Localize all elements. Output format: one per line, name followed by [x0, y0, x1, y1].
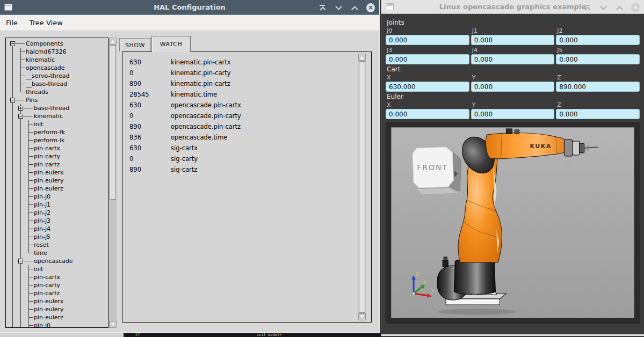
tree-item-label: init: [33, 265, 43, 273]
tree-item[interactable]: kinematic: [9, 112, 108, 120]
tree-item[interactable]: pin-j4: [9, 225, 108, 233]
tree-item[interactable]: pin-carty: [9, 281, 108, 289]
watch-scrollbar[interactable]: [358, 54, 366, 320]
minimize-button[interactable]: [599, 3, 607, 12]
scroll-up-arrow[interactable]: [109, 38, 117, 45]
tree-item-label: Components: [25, 40, 63, 48]
tree-item[interactable]: opencascade: [9, 257, 108, 265]
watch-row[interactable]: 890kinematic.pin-cartz: [122, 78, 360, 89]
tree-item[interactable]: pin-cartx: [9, 273, 108, 281]
tree-item[interactable]: Components: [9, 40, 108, 48]
maximize-button[interactable]: [350, 3, 359, 12]
tree-scrollbar[interactable]: [109, 38, 117, 328]
watch-scrollbar-thumb[interactable]: [359, 61, 365, 313]
tree-item[interactable]: pin-j0: [9, 321, 108, 328]
watch-row[interactable]: 630sig-cartx: [122, 143, 360, 153]
menu-item-file[interactable]: File: [6, 19, 18, 27]
tree-item[interactable]: base-thread: [9, 104, 108, 112]
tree-item[interactable]: init: [9, 265, 108, 273]
field-input-j1[interactable]: 0.000: [471, 35, 555, 45]
watch-row[interactable]: 836opencascade.time: [122, 132, 360, 143]
tree-guide: [25, 217, 33, 225]
tree-item[interactable]: pin-eulery: [9, 305, 108, 313]
tree-guide: [17, 209, 25, 217]
tree-scrollbar-thumb[interactable]: [110, 45, 116, 200]
field-input-x[interactable]: 630.000: [386, 82, 469, 92]
field-input-j0[interactable]: 0.000: [386, 35, 469, 45]
field-input-j5[interactable]: 0.000: [556, 54, 640, 64]
tab-watch[interactable]: WATCH: [151, 36, 191, 52]
watch-row[interactable]: 890opencascade.pin-cartz: [122, 121, 360, 132]
watch-row[interactable]: 28545kinematic.time: [122, 89, 360, 100]
tree-guide: [25, 241, 33, 249]
expander-minus-icon[interactable]: [17, 257, 25, 265]
tree-item[interactable]: reset: [9, 241, 108, 249]
tree-item[interactable]: __base-thread: [9, 80, 108, 88]
scroll-down-arrow[interactable]: [358, 313, 366, 320]
watch-row[interactable]: 630kinematic.pin-cartx: [122, 57, 360, 68]
tree-item[interactable]: pin-cartz: [9, 160, 108, 169]
tab-show[interactable]: SHOW: [119, 38, 151, 52]
tree[interactable]: Componentshalcmd67326kinematicopencascad…: [5, 38, 108, 328]
tree-item[interactable]: pin-eulerx: [9, 297, 108, 305]
tree-item[interactable]: init: [9, 120, 108, 128]
tree-item[interactable]: pin-carty: [9, 152, 108, 160]
expander-minus-icon[interactable]: [17, 112, 25, 120]
nav-cube[interactable]: FRONT: [413, 147, 461, 195]
tree-item[interactable]: pin-eulery: [9, 177, 108, 185]
tree-item[interactable]: opencascade: [9, 64, 108, 72]
maximize-button[interactable]: [615, 3, 624, 12]
tree-item[interactable]: threads: [9, 88, 108, 96]
tree-item[interactable]: pin-j1: [9, 201, 108, 209]
tree-item[interactable]: time: [9, 249, 108, 257]
tree-guide: [17, 152, 25, 160]
field-input-z[interactable]: 0.000: [556, 109, 640, 119]
hal-titlebar[interactable]: HAL Configuration ×: [0, 0, 379, 15]
tree-item[interactable]: pin-j2: [9, 209, 108, 217]
watch-row[interactable]: 0sig-carty: [122, 153, 360, 164]
watch-row[interactable]: 890sig-cartz: [122, 164, 360, 175]
terminal-window-sliver[interactable]: 57 init model=: [124, 333, 381, 337]
field-input-z[interactable]: 890.000: [556, 82, 640, 92]
shade-button[interactable]: [583, 3, 591, 12]
shade-button[interactable]: [318, 3, 327, 12]
tree-item[interactable]: pin-j0: [9, 193, 108, 201]
close-button[interactable]: ×: [631, 3, 640, 12]
watch-row[interactable]: 630opencascade.pin-cartx: [122, 100, 360, 111]
tree-item[interactable]: pin-eulerx: [9, 169, 108, 177]
tree-item[interactable]: pin-eulerz: [9, 313, 108, 321]
tree-item[interactable]: pin-cartx: [9, 144, 108, 152]
tree-item[interactable]: pin-j5: [9, 233, 108, 241]
field-input-j4[interactable]: 0.000: [471, 54, 555, 64]
tree-item[interactable]: perform-fk: [9, 128, 108, 136]
tree-item[interactable]: __servo-thread: [9, 72, 108, 80]
field-input-y[interactable]: 0.000: [471, 109, 555, 119]
field-input-y[interactable]: 0.000: [471, 82, 555, 92]
tree-item[interactable]: perform-ik: [9, 136, 108, 144]
tree-item[interactable]: kinematic: [9, 56, 108, 64]
field-input-x[interactable]: 0.000: [386, 109, 469, 119]
watch-row[interactable]: 0opencascade.pin-carty: [122, 111, 360, 121]
field-label-j0: J0: [387, 27, 469, 34]
menu-item-tree-view[interactable]: Tree View: [30, 19, 63, 27]
tree-guide: [17, 313, 25, 321]
field-input-j3[interactable]: 0.000: [386, 54, 469, 64]
field-cell: J30.000: [386, 46, 469, 64]
close-button[interactable]: ×: [366, 3, 375, 12]
scroll-up-arrow[interactable]: [358, 54, 366, 61]
tree-item[interactable]: pin-eulerz: [9, 185, 108, 193]
field-input-j2[interactable]: 0.000: [556, 35, 640, 45]
tree-item-label: pin-cartz: [33, 289, 60, 297]
tree-item[interactable]: Pins: [9, 96, 108, 104]
3d-viewport[interactable]: KUKA: [386, 122, 640, 324]
occ-titlebar[interactable]: Linux opencascade graphics example ×: [381, 0, 644, 14]
watch-row[interactable]: 0kinematic.pin-carty: [122, 68, 360, 78]
tree-item[interactable]: halcmd67326: [9, 48, 108, 56]
expander-plus-icon[interactable]: [17, 104, 25, 112]
tree-item[interactable]: pin-cartz: [9, 289, 108, 297]
scroll-down-arrow[interactable]: [109, 321, 117, 328]
tree-item[interactable]: pin-j3: [9, 217, 108, 225]
expander-minus-icon[interactable]: [9, 40, 17, 48]
expander-minus-icon[interactable]: [9, 96, 17, 104]
minimize-button[interactable]: [334, 3, 343, 12]
